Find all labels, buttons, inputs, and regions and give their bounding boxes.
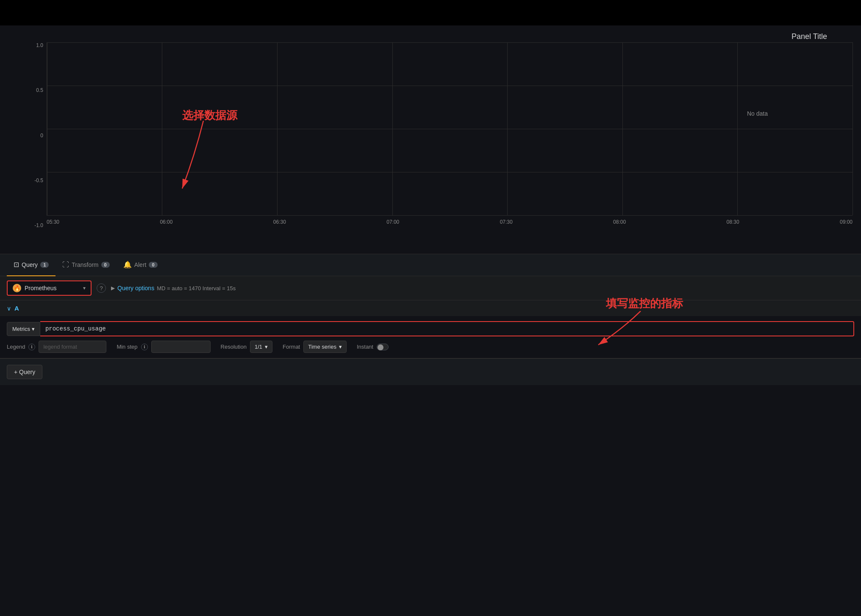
resolution-chevron-icon: ▾	[265, 344, 268, 350]
gridline-v-4	[507, 42, 508, 215]
resolution-label: Resolution	[221, 344, 247, 350]
tab-alert[interactable]: 🔔 Alert 0	[117, 254, 164, 276]
vertical-gridlines	[47, 42, 853, 215]
help-icon[interactable]: ?	[97, 283, 106, 293]
datasource-select[interactable]: 🔥 Prometheus ▾	[7, 280, 92, 296]
y-label-4: -0.5	[34, 178, 43, 183]
metrics-label: Metrics	[12, 326, 30, 332]
collapse-icon[interactable]: ∨	[7, 305, 11, 312]
legend-label: Legend	[7, 344, 25, 350]
minstep-group: Min step ℹ	[117, 341, 210, 353]
x-label-4: 07:00	[386, 219, 399, 225]
metrics-dropdown[interactable]: Metrics ▾	[7, 322, 40, 336]
resolution-group: Resolution 1/1 ▾	[221, 341, 273, 353]
add-query-button[interactable]: + Query	[7, 365, 42, 379]
add-query-label: + Query	[14, 369, 35, 375]
chevron-down-icon: ▾	[83, 285, 86, 291]
top-bar	[0, 0, 861, 25]
transform-icon: ⛶	[62, 261, 69, 269]
instant-group: Instant	[357, 344, 389, 350]
query-options-label: Query options	[117, 285, 154, 291]
gridline-v-7	[853, 42, 853, 215]
query-letter: A	[14, 305, 19, 312]
legend-info-icon[interactable]: ℹ	[28, 344, 35, 350]
legend-group: Legend ℹ	[7, 341, 106, 353]
chart-grid: No data	[47, 42, 853, 216]
gridline-v-2	[277, 42, 278, 215]
minstep-label: Min step	[117, 344, 137, 350]
tab-transform[interactable]: ⛶ Transform 0	[56, 254, 116, 276]
chart-inner: 1.0 0.5 0 -0.5 -1.0	[25, 42, 853, 228]
datasource-row: 🔥 Prometheus ▾ ? ▶ Query options MD = au…	[0, 276, 861, 300]
bell-icon: 🔔	[123, 261, 132, 269]
y-label-5: -1.0	[34, 222, 43, 228]
no-data-label: No data	[747, 110, 768, 117]
format-value: Time series	[308, 344, 336, 350]
gridline-v-3	[392, 42, 393, 215]
gridline-v-5	[622, 42, 623, 215]
datasource-name: Prometheus	[25, 285, 80, 291]
metrics-input[interactable]	[40, 321, 854, 336]
query-section-wrapper: 填写监控的指标 ∨ A Metrics ▾	[0, 300, 861, 358]
format-chevron-icon: ▾	[339, 344, 342, 350]
x-label-2: 06:00	[160, 219, 172, 225]
minstep-info-icon[interactable]: ℹ	[141, 344, 148, 350]
tabs-bar: ⊡ Query 1 ⛶ Transform 0 🔔 Alert 0	[0, 254, 861, 276]
y-label-2: 0.5	[36, 87, 43, 93]
bottom-bar: + Query	[0, 358, 861, 385]
x-label-3: 06:30	[273, 219, 286, 225]
query-body: Metrics ▾ Legend ℹ Min step ℹ Resolution	[0, 316, 861, 358]
format-group: Format Time series ▾	[283, 341, 347, 353]
resolution-select[interactable]: 1/1 ▾	[250, 341, 272, 353]
prometheus-icon: 🔥	[13, 284, 21, 292]
y-axis: 1.0 0.5 0 -0.5 -1.0	[25, 42, 47, 228]
format-label: Format	[283, 344, 300, 350]
legend-input[interactable]	[39, 341, 106, 353]
y-label-3: 0	[40, 133, 43, 139]
query-options-toggle[interactable]: ▶ Query options MD = auto = 1470 Interva…	[111, 285, 236, 291]
tab-query[interactable]: ⊡ Query 1	[7, 254, 56, 276]
instant-label: Instant	[357, 344, 373, 350]
tab-transform-label: Transform	[72, 261, 98, 268]
options-row: Legend ℹ Min step ℹ Resolution 1/1 ▾	[7, 341, 854, 353]
metrics-chevron-icon: ▾	[32, 326, 35, 332]
resolution-value: 1/1	[255, 344, 262, 350]
tab-alert-label: Alert	[134, 261, 147, 268]
format-select[interactable]: Time series ▾	[303, 341, 347, 353]
tab-query-label: Query	[22, 261, 38, 268]
tab-query-badge: 1	[40, 262, 49, 268]
minstep-input[interactable]	[151, 341, 211, 353]
instant-toggle[interactable]	[377, 344, 389, 350]
y-label-1: 1.0	[36, 42, 43, 48]
x-label-7: 08:30	[727, 219, 739, 225]
query-options-meta: MD = auto = 1470 Interval = 15s	[157, 285, 236, 291]
query-section-a: ∨ A Metrics ▾ Legend ℹ Min step ℹ	[0, 300, 861, 358]
database-icon: ⊡	[14, 261, 19, 269]
gridline-v-1	[162, 42, 162, 215]
tab-alert-badge: 0	[149, 262, 157, 268]
metrics-row: Metrics ▾	[7, 321, 854, 336]
query-section-header: ∨ A	[0, 300, 861, 316]
x-label-5: 07:30	[500, 219, 513, 225]
chart-container: Panel Title 1.0 0.5 0 -0.5 -1.0	[0, 25, 861, 254]
x-label-1: 05:30	[47, 219, 59, 225]
expand-icon: ▶	[111, 285, 115, 291]
x-label-6: 08:00	[613, 219, 626, 225]
x-axis: 05:30 06:00 06:30 07:00 07:30 08:00 08:3…	[47, 216, 853, 228]
x-label-8: 09:00	[840, 219, 853, 225]
gridline-v-0	[47, 42, 47, 215]
panel-title: Panel Title	[792, 32, 827, 41]
gridline-v-6	[737, 42, 738, 215]
tab-transform-badge: 0	[101, 262, 110, 268]
